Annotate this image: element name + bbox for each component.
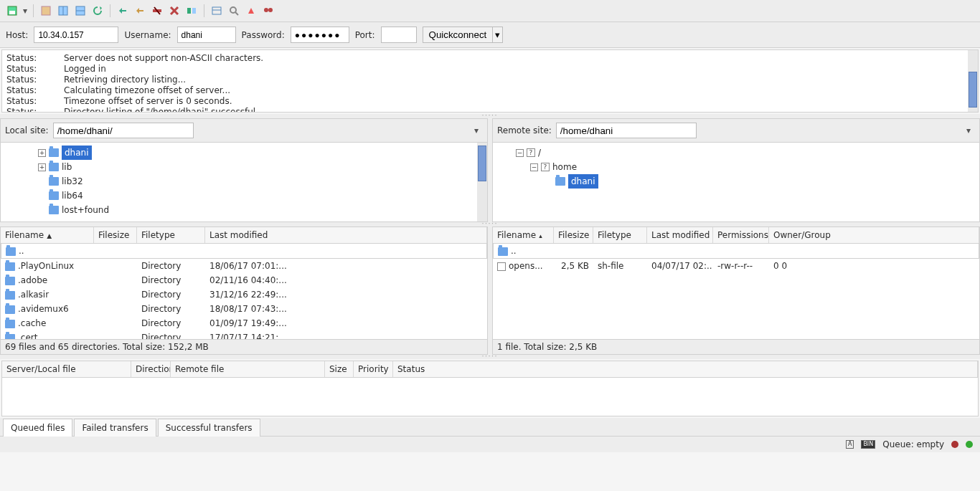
refresh-icon[interactable] [90, 3, 105, 19]
local-tree-scrollbar[interactable] [477, 143, 487, 221]
activity-send-icon [966, 441, 973, 448]
log-key: Status: [6, 53, 42, 64]
keyboard-icon: A [846, 440, 854, 449]
remote-file-header[interactable]: Filename▴ Filesize Filetype Last modifie… [493, 227, 979, 244]
sync-browse-icon[interactable] [209, 3, 225, 19]
file-row[interactable]: .avidemux6Directory18/08/17 07:43:... [1, 302, 487, 316]
tree-node[interactable]: +dhani [2, 146, 486, 160]
log-msg: Logged in [64, 64, 106, 75]
log-msg: Directory listing of "/home/dhani" succe… [64, 107, 255, 113]
local-file-list[interactable]: Filename▲ Filesize Filetype Last modifie… [0, 227, 488, 340]
file-row[interactable]: .alkasirDirectory31/12/16 22:49:... [1, 287, 487, 302]
quickconnect-button[interactable]: Quickconnect [423, 27, 494, 43]
cancel-icon[interactable] [132, 3, 148, 19]
folder-icon [5, 334, 15, 340]
folder-icon [5, 277, 15, 285]
folder-icon [5, 291, 15, 300]
expander-icon[interactable]: − [530, 163, 538, 171]
checkbox-icon[interactable] [497, 262, 506, 271]
remote-file-list[interactable]: Filename▴ Filesize Filetype Last modifie… [492, 227, 980, 340]
sort-asc-icon: ▲ [47, 232, 52, 239]
local-tree[interactable]: +dhani+liblib32lib64lost+found [0, 142, 488, 222]
main-toolbar: ▾ [0, 0, 980, 22]
tree-node[interactable]: −?/ [494, 146, 978, 160]
local-up-dir[interactable]: .. [1, 244, 487, 259]
splitter-horizontal-3[interactable]: ····· [0, 355, 980, 359]
reconnect-icon[interactable] [166, 3, 182, 19]
tab-success[interactable]: Successful transfers [158, 419, 260, 437]
folder-icon [6, 247, 16, 256]
folder-icon [49, 163, 59, 171]
tree-node[interactable]: dhani [494, 174, 978, 189]
password-input[interactable] [291, 27, 349, 43]
tree-node[interactable]: lost+found [2, 203, 486, 217]
tab-failed[interactable]: Failed transfers [74, 419, 156, 437]
file-row[interactable]: .certDirectory17/07/17 14:21:... [1, 330, 487, 339]
remote-tree[interactable]: −?/−?homedhani [492, 142, 980, 222]
file-row[interactable]: .PlayOnLinuxDirectory18/06/17 07:01:... [1, 259, 487, 273]
remote-status: 1 file. Total size: 2,5 KB [492, 340, 980, 355]
expander-icon[interactable]: + [38, 163, 46, 171]
local-file-header[interactable]: Filename▲ Filesize Filetype Last modifie… [1, 227, 487, 244]
tab-queued[interactable]: Queued files [3, 419, 72, 437]
filter-icon[interactable] [226, 3, 242, 19]
file-row[interactable]: .adobeDirectory02/11/16 04:40:... [1, 273, 487, 287]
folder-icon [49, 206, 59, 214]
tree-label: dhani [62, 146, 92, 160]
expander-icon[interactable]: + [38, 149, 46, 157]
tree-node[interactable]: −?home [494, 160, 978, 174]
process-queue-icon[interactable] [115, 3, 131, 19]
password-label: Password: [242, 30, 285, 40]
folder-icon [5, 305, 15, 314]
site-manager-icon[interactable] [4, 3, 20, 19]
unknown-icon: ? [541, 163, 550, 171]
quickconnect-bar: Host: Username: Password: Port: Quickcon… [0, 22, 980, 48]
toggle-queue-icon[interactable] [72, 3, 88, 19]
expander-icon[interactable]: − [516, 149, 524, 157]
log-msg: Retrieving directory listing... [64, 75, 186, 85]
svg-point-17 [264, 8, 268, 12]
file-row[interactable]: .cacheDirectory01/09/17 19:49:... [1, 316, 487, 330]
status-bar: A BIN Queue: empty [0, 436, 980, 452]
message-log: Status:Server does not support non-ASCII… [1, 49, 979, 113]
tree-node[interactable]: +lib [2, 160, 486, 174]
svg-rect-12 [192, 8, 196, 14]
remote-up-dir[interactable]: .. [493, 244, 979, 259]
port-input[interactable] [381, 27, 417, 43]
quickconnect-dropdown-icon[interactable]: ▾ [493, 27, 503, 43]
find-icon[interactable] [260, 3, 276, 19]
log-key: Status: [6, 96, 42, 107]
log-msg: Timezone offset of server is 0 seconds. [64, 96, 232, 107]
tree-node[interactable]: lib32 [2, 174, 486, 189]
log-key: Status: [6, 107, 42, 113]
remote-path-input[interactable] [556, 123, 697, 138]
svg-rect-1 [9, 11, 15, 14]
svg-line-16 [235, 12, 238, 15]
tree-label: / [538, 146, 541, 160]
tree-label: dhani [568, 174, 598, 189]
log-key: Status: [6, 75, 42, 85]
username-input[interactable] [177, 27, 236, 43]
folder-icon [49, 148, 59, 157]
file-row[interactable]: opens...2,5 KBsh-file04/07/17 02:...-rw-… [493, 259, 979, 273]
disconnect-icon[interactable] [149, 3, 165, 19]
log-scrollbar[interactable] [968, 50, 978, 112]
folder-icon [498, 247, 508, 256]
tree-node[interactable]: lib64 [2, 189, 486, 203]
toggle-tree-icon[interactable] [55, 3, 71, 19]
queue-header[interactable]: Server/Local file Direction Remote file … [2, 361, 978, 378]
tree-label: lib32 [62, 174, 83, 189]
toggle-log-icon[interactable] [38, 3, 54, 19]
local-status: 69 files and 65 directories. Total size:… [0, 340, 488, 355]
site-manager-dropdown-icon[interactable]: ▾ [22, 6, 29, 16]
tree-label: home [552, 160, 577, 174]
directory-compare-icon[interactable] [243, 3, 259, 19]
svg-rect-11 [187, 8, 191, 14]
log-msg: Server does not support non-ASCII charac… [64, 53, 263, 64]
host-input[interactable] [34, 27, 118, 43]
compare-icon[interactable] [184, 3, 199, 19]
folder-icon [555, 177, 565, 186]
local-site-label: Local site: [5, 125, 49, 135]
local-path-input[interactable] [53, 123, 194, 138]
svg-point-15 [230, 7, 236, 13]
